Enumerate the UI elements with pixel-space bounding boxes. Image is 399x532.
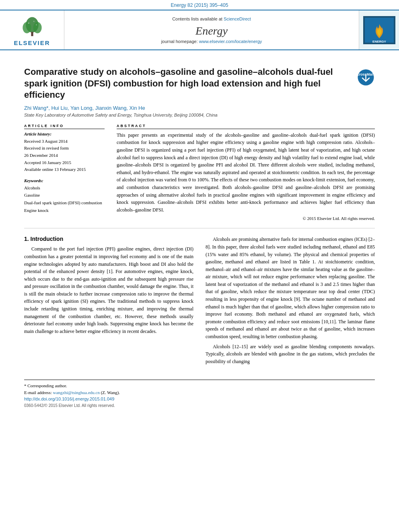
svg-point-4	[28, 23, 29, 24]
copyright-line: © 2015 Elsevier Ltd. All rights reserved…	[117, 216, 375, 221]
abstract-column: Abstract This paper presents an experime…	[117, 124, 375, 221]
journal-citation: Energy 82 (2015) 395–405	[171, 2, 228, 8]
received-date: Received 3 August 2014	[24, 138, 105, 145]
intro-title: 1. Introduction	[24, 236, 193, 242]
section-divider	[24, 228, 375, 228]
keyword-4: Engine knock	[24, 207, 105, 214]
homepage-line: journal homepage: www.elsevier.com/locat…	[161, 39, 262, 44]
main-content: Comparative study on alcohols–gasoline a…	[0, 50, 399, 416]
svg-text:ENERGY: ENERGY	[372, 40, 386, 43]
svg-point-2	[33, 22, 41, 33]
article-info-header: Article Info	[24, 124, 105, 129]
article-title: Comparative study on alcohols–gasoline a…	[24, 66, 349, 101]
sciencedirect-link[interactable]: ScienceDirect	[224, 16, 251, 21]
article-history-label: Article history:	[24, 131, 105, 136]
energy-journal-icon: ENERGY	[363, 16, 395, 44]
svg-point-1	[23, 22, 31, 33]
energy-logo-section: ENERGY	[359, 10, 399, 49]
homepage-link[interactable]: www.elsevier.com/locate/energy	[199, 39, 262, 44]
article-info-column: Article Info Article history: Received 3…	[24, 124, 105, 221]
top-bar: Energy 82 (2015) 395–405	[0, 0, 399, 10]
footnote-area: * Corresponding author. E-mail address: …	[24, 380, 375, 408]
keyword-3: Dual-fuel spark ignition (DFSI) combusti…	[24, 199, 105, 207]
elsevier-logo-section: ELSEVIER	[0, 10, 64, 49]
elsevier-tree-icon	[18, 14, 46, 38]
email-link[interactable]: wangzhi@tsinghua.edu.cn	[53, 390, 101, 395]
corresponding-note: * Corresponding author.	[24, 382, 375, 389]
authors: Zhi Wang*, Hui Liu, Yan Long, Jianxin Wa…	[24, 105, 375, 111]
issn-line: 0360-5442/© 2015 Elsevier Ltd. All right…	[24, 403, 375, 408]
accepted-date: Accepted 16 January 2015	[24, 159, 105, 166]
article-title-section: Comparative study on alcohols–gasoline a…	[24, 66, 375, 101]
affiliation: State Key Laboratory of Automotive Safet…	[24, 113, 375, 117]
svg-point-5	[33, 21, 35, 22]
introduction-section: 1. Introduction Compared to the port fue…	[24, 236, 375, 368]
intro-right: Alcohols are promising alternative fuels…	[206, 236, 375, 368]
energy-logo-box: ENERGY	[363, 16, 395, 44]
svg-point-6	[36, 25, 37, 26]
keywords-section: Keywords: Alcohols Gasoline Dual-fuel sp…	[24, 178, 105, 214]
info-abstract-section: Article Info Article history: Received 3…	[24, 124, 375, 221]
abstract-text: This paper presents an experimental stud…	[117, 131, 375, 214]
received-revised-label: Received in revised form	[24, 145, 105, 152]
available-date: Available online 13 February 2015	[24, 166, 105, 173]
email-note: E-mail address: wangzhi@tsinghua.edu.cn …	[24, 389, 375, 396]
contents-line: Contents lists available at ScienceDirec…	[172, 16, 251, 21]
keywords-label: Keywords:	[24, 178, 105, 183]
doi-line: http://dx.doi.org/10.1016/j.energy.2015.…	[24, 396, 375, 402]
intro-paragraph-1: Compared to the port fuel injection (PFI…	[24, 245, 193, 335]
journal-name: Energy	[195, 25, 228, 37]
keyword-2: Gasoline	[24, 191, 105, 199]
crossmark-icon: CrossMark	[357, 68, 375, 86]
journal-header: ELSEVIER Contents lists available at Sci…	[0, 10, 399, 50]
journal-center: Contents lists available at ScienceDirec…	[64, 10, 359, 49]
keyword-1: Alcohols	[24, 184, 105, 192]
elsevier-name: ELSEVIER	[14, 39, 50, 46]
intro-right-para2: Alcohols [12–15] are widely used as gaso…	[206, 343, 375, 366]
intro-left: 1. Introduction Compared to the port fue…	[24, 236, 193, 368]
abstract-header: Abstract	[117, 124, 375, 129]
revised-date: 26 December 2014	[24, 152, 105, 159]
svg-rect-3	[31, 32, 33, 36]
doi-link[interactable]: http://dx.doi.org/10.1016/j.energy.2015.…	[24, 396, 114, 401]
crossmark: CrossMark	[357, 68, 375, 88]
intro-right-para1: Alcohols are promising alternative fuels…	[206, 236, 375, 340]
